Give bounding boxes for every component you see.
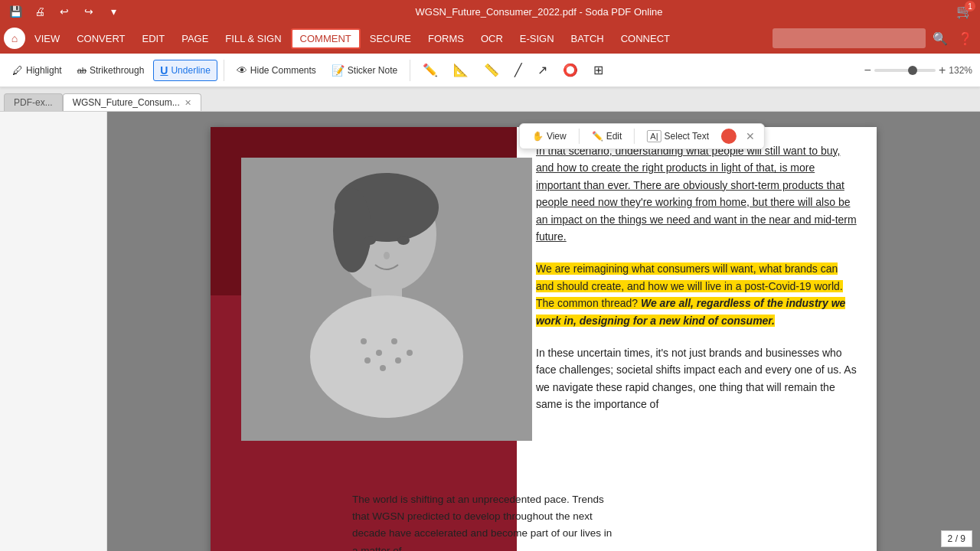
person-photo-svg (241, 158, 532, 441)
float-close-button[interactable]: ✕ (743, 129, 758, 144)
zoom-controls: − + 132% (857, 54, 980, 87)
menu-forms[interactable]: FORMS (420, 28, 472, 49)
highlight-button[interactable]: 🖊 Highlight (6, 60, 68, 80)
svg-point-12 (395, 357, 401, 364)
svg-point-7 (376, 350, 382, 356)
zoom-out-button[interactable]: − (864, 64, 871, 77)
hide-comments-label: Hide Comments (250, 65, 316, 76)
menu-bar: ⌂ VIEW CONVERT EDIT PAGE FILL & SIGN COM… (0, 23, 980, 54)
more-button[interactable]: ⊞ (587, 59, 609, 81)
redo-icon[interactable]: ↪ (81, 4, 96, 19)
float-edit-icon: ✏️ (592, 131, 603, 142)
title-bar-right: 🛒 1 (957, 4, 972, 19)
menu-fill-sign[interactable]: FILL & SIGN (217, 28, 289, 49)
float-select-text-label: Select Text (665, 131, 709, 142)
tab-pdf-ex-label: PDF-ex... (14, 97, 53, 108)
float-select-text-button[interactable]: A| Select Text (641, 127, 715, 145)
sticker-note-button[interactable]: 📝 Sticker Note (325, 60, 403, 80)
float-edit-label: Edit (606, 131, 622, 142)
hide-comments-icon: 👁 (237, 64, 247, 77)
page-total: 9 (960, 533, 965, 544)
svg-point-5 (310, 295, 463, 418)
strikethrough-icon: ab (77, 66, 87, 75)
zoom-thumb[interactable] (908, 66, 917, 75)
tool1-button[interactable]: 📐 (447, 59, 475, 81)
zoom-level: 132% (949, 65, 972, 76)
underline-button[interactable]: U Underline (153, 60, 217, 81)
svg-point-15 (384, 252, 390, 259)
pdf-highlighted-block: We are reimagining what consumers will w… (536, 260, 858, 329)
float-select-text-icon: A| (647, 130, 661, 142)
sticker-note-icon: 📝 (332, 64, 345, 77)
tab-pdf-ex[interactable]: PDF-ex... (4, 93, 63, 111)
menu-convert[interactable]: CONVERT (69, 28, 132, 49)
menu-view[interactable]: VIEW (27, 28, 67, 49)
float-edit-button[interactable]: ✏️ Edit (586, 128, 629, 145)
svg-point-14 (397, 236, 410, 245)
strikethrough-button[interactable]: ab Strikethrough (71, 61, 151, 80)
stamp-icon: ⭕ (563, 63, 578, 77)
dropdown-icon[interactable]: ▾ (106, 4, 121, 19)
tab-wgsn-label: WGSN_Future_Consum... (73, 97, 180, 108)
menu-right: 🔍 ❓ (773, 28, 976, 49)
menu-comment[interactable]: COMMENT (291, 28, 361, 49)
help-icon[interactable]: ❓ (955, 28, 976, 49)
float-view-icon: ✋ (532, 131, 544, 142)
pdf-underlined-text: In that scenario, understanding what peo… (536, 142, 858, 245)
svg-point-8 (391, 338, 397, 344)
pencil-icon: ✏️ (423, 63, 438, 77)
undo-icon[interactable]: ↩ (57, 4, 72, 19)
line-button[interactable]: ╱ (508, 59, 528, 81)
menu-connect[interactable]: CONNECT (613, 28, 678, 49)
title-bar-left: 💾 🖨 ↩ ↪ ▾ (8, 4, 121, 19)
svg-point-3 (333, 188, 371, 272)
main-area: ✋ View ✏️ Edit A| Select Text ✕ (0, 112, 980, 551)
cart-icon[interactable]: 🛒 1 (957, 4, 972, 19)
underline-label: Underline (171, 65, 210, 76)
menu-ocr[interactable]: OCR (473, 28, 511, 49)
tool1-icon: 📐 (453, 63, 469, 77)
svg-point-6 (361, 338, 367, 344)
tab-close-icon[interactable]: ✕ (185, 98, 191, 108)
menu-batch[interactable]: BATCH (564, 28, 612, 49)
floating-toolbar: ✋ View ✏️ Edit A| Select Text ✕ (519, 123, 765, 149)
title-bar: 💾 🖨 ↩ ↪ ▾ WGSN_Future_Consumer_2022.pdf … (0, 0, 980, 23)
pdf-normal-text: In these uncertain times, it's not just … (536, 344, 858, 413)
highlight-label: Highlight (26, 65, 62, 76)
pdf-bottom-left-text: The world is shifting at an unprecedente… (333, 480, 632, 551)
separator-2 (410, 60, 410, 81)
float-separator-2 (634, 129, 635, 144)
tab-wgsn[interactable]: WGSN_Future_Consum... ✕ (63, 93, 201, 111)
sticker-note-label: Sticker Note (348, 65, 397, 76)
arrow-button[interactable]: ↗ (531, 59, 554, 81)
menu-esign[interactable]: E-SIGN (512, 28, 562, 49)
tabs-bar: PDF-ex... WGSN_Future_Consum... ✕ (0, 87, 980, 112)
float-separator-1 (579, 129, 580, 144)
home-button[interactable]: ⌂ (4, 28, 25, 49)
highlight-icon: 🖊 (12, 64, 23, 77)
menu-edit[interactable]: EDIT (135, 28, 173, 49)
page-current: 2 (948, 533, 953, 544)
arrow-icon: ↗ (537, 63, 547, 77)
pdf-photo (241, 158, 532, 441)
zoom-slider[interactable] (874, 69, 936, 72)
menu-page[interactable]: PAGE (174, 28, 216, 49)
search-icon[interactable]: 🔍 (929, 28, 951, 49)
menu-secure[interactable]: SECURE (362, 28, 419, 49)
print-icon[interactable]: 🖨 (32, 4, 47, 19)
search-input[interactable] (773, 28, 926, 48)
stamp-button[interactable]: ⭕ (557, 59, 584, 81)
zoom-in-button[interactable]: + (939, 64, 946, 77)
tool2-button[interactable]: 📏 (478, 59, 505, 81)
underline-icon: U (160, 64, 168, 77)
save-icon[interactable]: 💾 (8, 4, 23, 19)
svg-point-9 (407, 350, 413, 356)
hide-comments-button[interactable]: 👁 Hide Comments (230, 60, 322, 80)
pdf-page: In that scenario, understanding what peo… (211, 127, 877, 551)
record-button[interactable] (721, 129, 737, 144)
svg-point-11 (380, 365, 386, 371)
separator-1 (224, 60, 224, 81)
float-view-button[interactable]: ✋ View (526, 128, 573, 145)
toolbar: 🖊 Highlight ab Strikethrough U Underline… (0, 54, 980, 87)
pencil-button[interactable]: ✏️ (416, 59, 444, 81)
